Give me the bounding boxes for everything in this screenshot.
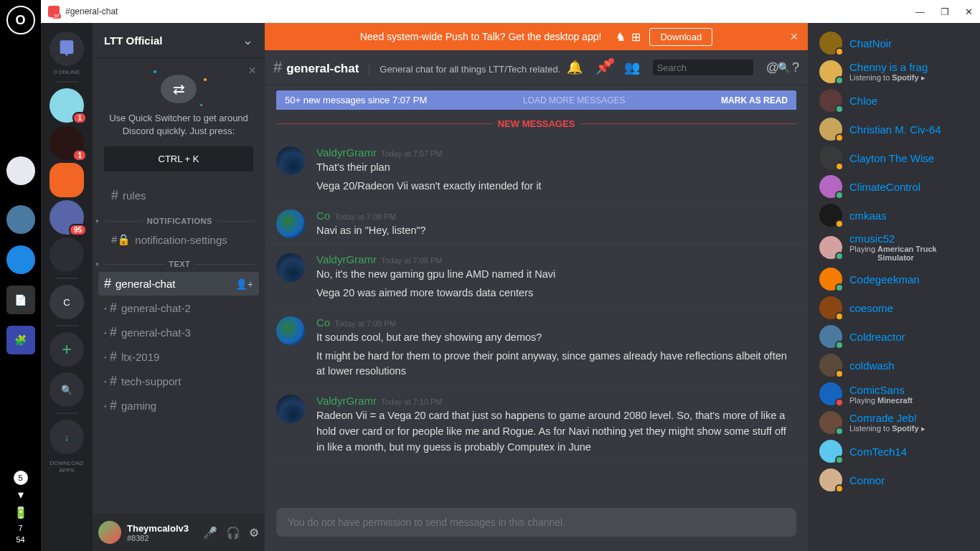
settings-button[interactable]: ⚙: [249, 526, 259, 540]
member-item[interactable]: coesome: [814, 293, 980, 322]
server-item[interactable]: [50, 163, 84, 197]
message-text: Vega 20 was aimed more towards data cent…: [316, 286, 796, 301]
member-item[interactable]: Comrade Jeb!Listening to Spotify ▸: [814, 408, 980, 437]
search-box[interactable]: 🔍: [653, 60, 753, 75]
download-button[interactable]: Download: [649, 28, 712, 46]
channel-item[interactable]: ▸#gaming: [98, 394, 259, 418]
member-item[interactable]: Connor: [814, 466, 980, 494]
os-notif-count[interactable]: 5: [14, 471, 28, 485]
os-app-2[interactable]: [6, 205, 35, 234]
channel-name: general-chat-2: [121, 302, 191, 314]
member-item[interactable]: ClimateControl: [814, 172, 980, 201]
user-tag: #8382: [127, 534, 203, 542]
windows-icon[interactable]: ⊞: [631, 30, 641, 44]
status-indicator: [835, 76, 844, 85]
member-item[interactable]: Coldreactor: [814, 322, 980, 351]
member-item[interactable]: ComicSansPlaying Minecraft: [814, 380, 980, 408]
os-stat-2: 54: [16, 535, 24, 544]
member-name: coldwash: [849, 359, 895, 372]
add-server-button[interactable]: +: [50, 332, 84, 367]
mentions-icon[interactable]: @: [766, 60, 779, 75]
member-item[interactable]: Chenny is a fragListening to Spotify ▸: [814, 57, 980, 86]
os-app-5[interactable]: 🧩: [6, 326, 35, 354]
message-avatar[interactable]: [276, 316, 305, 345]
os-launcher[interactable]: O: [6, 6, 35, 34]
message-author[interactable]: Co: [316, 316, 330, 329]
member-item[interactable]: Christian M. Civ-64: [814, 115, 980, 143]
server-item[interactable]: 95: [50, 200, 84, 235]
add-person-icon[interactable]: 👤+: [235, 278, 253, 290]
member-item[interactable]: cmkaas: [814, 201, 980, 230]
user-avatar[interactable]: [98, 521, 121, 544]
maximize-button[interactable]: ❐: [941, 6, 949, 17]
channel-notification-settings[interactable]: #🔒 notification-settings: [98, 229, 259, 250]
message-author[interactable]: ValdyrGramr: [316, 146, 377, 159]
message-avatar[interactable]: [276, 146, 305, 175]
member-item[interactable]: cmusic52Playing American Truck Simulator: [814, 230, 980, 265]
close-icon[interactable]: ×: [248, 63, 256, 78]
channel-item[interactable]: ▸#general-chat-2: [98, 296, 259, 320]
channel-item[interactable]: ▸#ltx-2019: [98, 345, 259, 369]
search-input[interactable]: [657, 62, 778, 73]
android-icon[interactable]: ♞: [616, 30, 626, 44]
message-avatar[interactable]: [276, 209, 305, 238]
quick-switcher-icon: ⇄: [161, 75, 197, 103]
member-item[interactable]: Clayton The Wise: [814, 143, 980, 172]
member-item[interactable]: ChatNoir: [814, 29, 980, 57]
load-more-button[interactable]: LOAD MORE MESSAGES: [427, 95, 721, 105]
members-icon[interactable]: 👥: [624, 60, 640, 75]
status-indicator: [835, 341, 844, 349]
server-badge: 95: [69, 224, 87, 236]
category-text[interactable]: ▾ TEXT: [93, 251, 265, 271]
member-item[interactable]: Codegeekman: [814, 265, 980, 293]
channel-item[interactable]: ▸#tech-support: [98, 369, 259, 393]
members-list[interactable]: ChatNoirChenny is a fragListening to Spo…: [808, 23, 980, 551]
banner-close-icon[interactable]: ×: [790, 29, 798, 44]
server-badge: 1: [72, 149, 87, 161]
os-app-1[interactable]: [6, 156, 35, 185]
category-notifications[interactable]: ▾ NOTIFICATIONS: [93, 208, 265, 228]
download-apps-button[interactable]: ↓: [50, 420, 84, 454]
quick-switcher-panel: × ⇄ Use Quick Switcher to get around Dis…: [93, 57, 265, 183]
message-author[interactable]: Co: [316, 209, 330, 222]
server-item[interactable]: 1: [50, 88, 84, 123]
member-item[interactable]: ComTech14: [814, 437, 980, 466]
deafen-button[interactable]: 🎧: [226, 526, 240, 540]
server-name: LTT Official: [104, 34, 162, 47]
bell-icon[interactable]: 🔔: [567, 60, 583, 75]
banner-text: Need system-wide Push to Talk? Get the d…: [360, 31, 602, 42]
mark-as-read-button[interactable]: MARK AS READ: [721, 95, 788, 105]
message: ValdyrGramrToday at 7:07 PMThat's their …: [265, 138, 808, 201]
message-avatar[interactable]: [276, 253, 305, 282]
help-icon[interactable]: ?: [792, 60, 799, 75]
message-avatar[interactable]: [276, 395, 305, 423]
os-app-4[interactable]: 📄: [6, 286, 35, 314]
os-app-3[interactable]: [6, 245, 35, 274]
server-item[interactable]: 1: [50, 126, 84, 160]
channel-item[interactable]: ▸#general-chat-3: [98, 321, 259, 344]
server-item[interactable]: [50, 237, 84, 272]
messages-scroll[interactable]: 50+ new messages since 7:07 PM LOAD MORE…: [265, 85, 808, 508]
channel-rules[interactable]: # rules: [98, 184, 259, 207]
message-author[interactable]: ValdyrGramr: [316, 395, 377, 407]
user-server[interactable]: C: [50, 285, 84, 319]
server-header[interactable]: LTT Official ⌄: [93, 23, 265, 57]
close-button[interactable]: ✕: [965, 6, 973, 17]
channel-item[interactable]: #general-chat👤+: [98, 272, 259, 296]
discover-button[interactable]: 🔍: [50, 372, 84, 407]
member-item[interactable]: Chloe: [814, 86, 980, 115]
message-author[interactable]: ValdyrGramr: [316, 253, 377, 265]
channel-sidebar: LTT Official ⌄ × ⇄ Use Quick Switcher to…: [93, 23, 265, 551]
status-indicator: [835, 484, 844, 493]
app-badge: 97: [52, 14, 61, 19]
member-activity: Playing Minecraft: [849, 396, 913, 405]
message-text: Radeon Vii = a Vega 20 card that just so…: [316, 408, 796, 455]
quick-switcher-button[interactable]: CTRL + K: [104, 146, 253, 171]
pins-icon[interactable]: 📌: [595, 60, 611, 75]
channels-scroll[interactable]: # rules ▾ NOTIFICATIONS #🔒 notification-…: [93, 183, 265, 514]
message-timestamp: Today at 7:07 PM: [381, 149, 443, 158]
mute-button[interactable]: 🎤: [203, 526, 217, 540]
member-item[interactable]: coldwash: [814, 351, 980, 380]
home-button[interactable]: [50, 32, 84, 66]
minimize-button[interactable]: —: [915, 6, 925, 17]
